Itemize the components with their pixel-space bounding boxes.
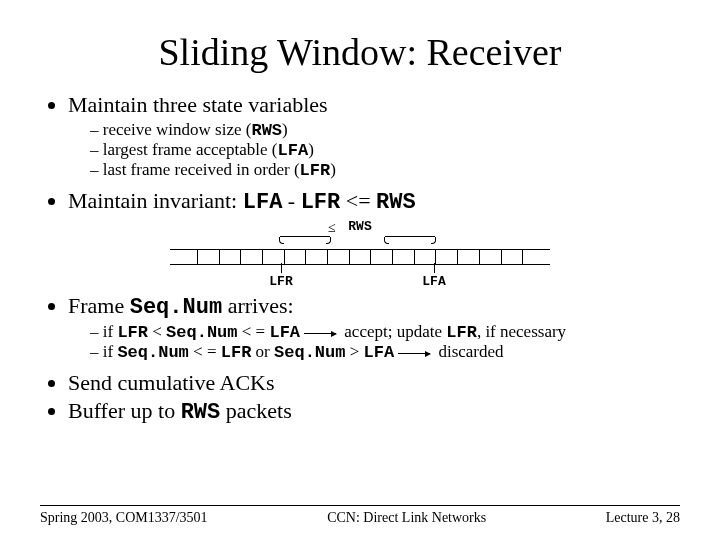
frame-strip bbox=[170, 249, 550, 265]
bracket-left bbox=[280, 236, 330, 247]
slide: Sliding Window: Receiver Maintain three … bbox=[0, 0, 720, 540]
bullet-4: Send cumulative ACKs bbox=[68, 370, 680, 396]
arrow-icon bbox=[398, 353, 430, 354]
bullet-3-sub-2: if Seq.Num < = LFR or Seq.Num > LFA disc… bbox=[90, 342, 680, 362]
bullet-1-sub-3: last frame received in order (LFR) bbox=[90, 160, 680, 180]
footer-right: Lecture 3, 28 bbox=[606, 510, 680, 526]
window-diagram: ≤ RWS LFR LFA bbox=[170, 221, 550, 291]
lfr-label: LFR bbox=[269, 274, 292, 289]
lfa-label: LFA bbox=[422, 274, 445, 289]
bullet-3-sub-1: if LFR < Seq.Num < = LFA accept; update … bbox=[90, 322, 680, 342]
bracket-right bbox=[385, 236, 435, 247]
lfa-pointer bbox=[434, 263, 435, 273]
rws-label: RWS bbox=[348, 219, 371, 234]
bullet-1-sub-1: receive window size (RWS) bbox=[90, 120, 680, 140]
bullet-5: Buffer up to RWS packets bbox=[68, 398, 680, 425]
footer-left: Spring 2003, COM1337/3501 bbox=[40, 510, 208, 526]
arrow-icon bbox=[304, 333, 336, 334]
lfr-pointer bbox=[281, 263, 282, 273]
bullet-1-sub-2: largest frame acceptable (LFA) bbox=[90, 140, 680, 160]
bullet-list-2: Frame Seq.Num arrives: if LFR < Seq.Num … bbox=[40, 293, 680, 425]
slide-title: Sliding Window: Receiver bbox=[40, 30, 680, 74]
bullet-list: Maintain three state variables receive w… bbox=[40, 92, 680, 215]
leq-symbol: ≤ bbox=[328, 220, 336, 236]
bullet-2: Maintain invariant: LFA - LFR <= RWS bbox=[68, 188, 680, 215]
bullet-3: Frame Seq.Num arrives: if LFR < Seq.Num … bbox=[68, 293, 680, 362]
bullet-1: Maintain three state variables receive w… bbox=[68, 92, 680, 180]
footer: Spring 2003, COM1337/3501 CCN: Direct Li… bbox=[40, 505, 680, 526]
footer-center: CCN: Direct Link Networks bbox=[327, 510, 486, 526]
